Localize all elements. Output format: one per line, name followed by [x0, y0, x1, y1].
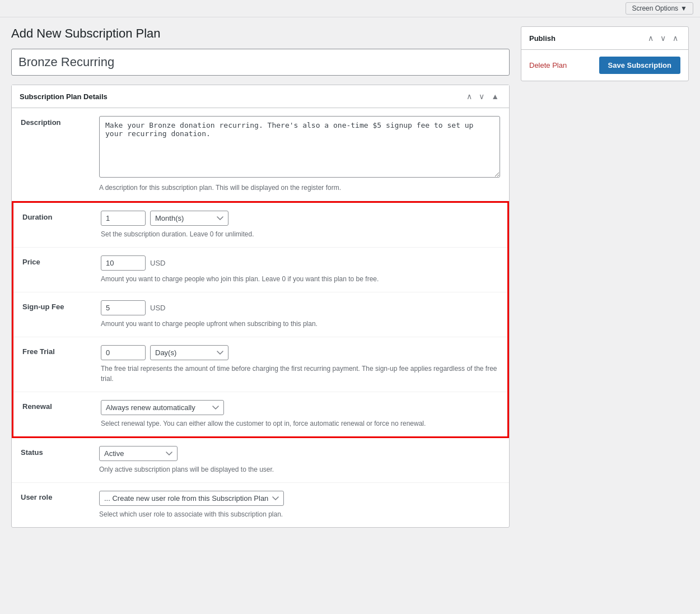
meta-box-collapse-down-button[interactable]: ∨: [477, 91, 487, 102]
screen-options-label: Screen Options: [632, 4, 678, 12]
status-select[interactable]: Active Inactive: [99, 446, 178, 461]
user-role-row: User role ... Create new user role from …: [12, 483, 509, 527]
price-currency-label: USD: [150, 259, 165, 267]
signup-fee-row: Sign-up Fee USD Amount you want to charg…: [13, 292, 507, 337]
user-role-label: User role: [21, 491, 99, 501]
duration-label: Duration: [22, 211, 101, 221]
plan-title-input[interactable]: [11, 49, 510, 76]
meta-box-body: Description Make your Bronze donation re…: [12, 108, 509, 527]
price-label: Price: [22, 255, 101, 266]
free-trial-row: Free Trial Day(s) Week(s) Month(s) The: [13, 337, 507, 392]
description-field: Make your Bronze donation recurring. The…: [99, 116, 500, 193]
duration-hint: Set the subscription duration. Leave 0 f…: [101, 229, 498, 239]
signup-fee-hint: Amount you want to charge people upfront…: [101, 319, 498, 329]
publish-controls: ∧ ∨ ∧: [646, 32, 680, 44]
screen-options-button[interactable]: Screen Options ▼: [626, 2, 693, 15]
subscription-details-box: Subscription Plan Details ∧ ∨ ▲ Descript…: [11, 85, 510, 528]
user-role-select[interactable]: ... Create new user role from this Subsc…: [99, 491, 284, 506]
free-trial-input[interactable]: [101, 345, 146, 360]
meta-box-toggle-button[interactable]: ▲: [489, 91, 501, 102]
renewal-row: Renewal Always renew automatically Allow…: [13, 392, 507, 436]
renewal-hint: Select renewal type. You can either allo…: [101, 418, 498, 429]
publish-title: Publish: [529, 34, 556, 43]
free-trial-label: Free Trial: [22, 345, 101, 356]
publish-box: Publish ∧ ∨ ∧ Delete Plan Save Subscript…: [521, 26, 689, 81]
price-group: USD: [101, 255, 498, 271]
price-input[interactable]: [101, 255, 146, 271]
publish-collapse-up-button[interactable]: ∧: [646, 32, 656, 44]
description-row: Description Make your Bronze donation re…: [12, 108, 509, 201]
free-trial-field: Day(s) Week(s) Month(s) The free trial r…: [101, 345, 498, 384]
duration-field: Day(s) Month(s) Year(s) Set the subscrip…: [101, 211, 498, 239]
status-field: Active Inactive Only active subscription…: [99, 446, 500, 475]
user-role-field: ... Create new user role from this Subsc…: [99, 491, 500, 519]
publish-collapse-down-button[interactable]: ∨: [658, 32, 668, 44]
meta-box-controls: ∧ ∨ ▲: [464, 91, 501, 102]
main-content: Add New Subscription Plan Subscription P…: [11, 26, 510, 537]
highlighted-section: Duration Day(s) Month(s) Year(s) Set t: [12, 201, 509, 438]
publish-body: Delete Plan Save Subscription: [521, 50, 688, 81]
save-subscription-button[interactable]: Save Subscription: [599, 57, 680, 74]
meta-box-collapse-up-button[interactable]: ∧: [464, 91, 474, 102]
signup-fee-currency-label: USD: [150, 304, 165, 312]
signup-fee-field: USD Amount you want to charge people upf…: [101, 300, 498, 329]
meta-box-title: Subscription Plan Details: [20, 92, 108, 101]
top-bar: Screen Options ▼: [0, 0, 700, 17]
user-role-hint: Select which user role to associate with…: [99, 509, 500, 519]
description-label: Description: [21, 116, 99, 127]
renewal-select[interactable]: Always renew automatically Allow custome…: [101, 400, 224, 415]
duration-unit-select[interactable]: Day(s) Month(s) Year(s): [150, 211, 228, 226]
status-hint: Only active subscription plans will be d…: [99, 464, 500, 475]
renewal-label: Renewal: [22, 400, 101, 411]
publish-header: Publish ∧ ∨ ∧: [521, 27, 688, 50]
free-trial-unit-select[interactable]: Day(s) Week(s) Month(s): [150, 345, 228, 360]
status-label: Status: [21, 446, 99, 457]
signup-fee-label: Sign-up Fee: [22, 300, 101, 311]
description-hint: A description for this subscription plan…: [99, 183, 500, 193]
price-row: Price USD Amount you want to charge peop…: [13, 248, 507, 292]
page-container: Add New Subscription Plan Subscription P…: [0, 17, 700, 546]
publish-toggle-button[interactable]: ∧: [670, 32, 680, 44]
sidebar: Publish ∧ ∨ ∧ Delete Plan Save Subscript…: [521, 26, 689, 537]
description-textarea[interactable]: Make your Bronze donation recurring. The…: [99, 116, 500, 178]
free-trial-group: Day(s) Week(s) Month(s): [101, 345, 498, 360]
price-hint: Amount you want to charge people who joi…: [101, 274, 498, 284]
delete-plan-link[interactable]: Delete Plan: [529, 61, 567, 69]
meta-box-header: Subscription Plan Details ∧ ∨ ▲: [12, 85, 509, 108]
signup-fee-input[interactable]: [101, 300, 146, 315]
free-trial-hint: The free trial represents the amount of …: [101, 364, 498, 384]
duration-group: Day(s) Month(s) Year(s): [101, 211, 498, 226]
status-row: Status Active Inactive Only active subsc…: [12, 438, 509, 483]
price-field: USD Amount you want to charge people who…: [101, 255, 498, 284]
page-title: Add New Subscription Plan: [11, 26, 510, 41]
duration-input[interactable]: [101, 211, 146, 226]
screen-options-chevron-icon: ▼: [680, 4, 687, 12]
duration-row: Duration Day(s) Month(s) Year(s) Set t: [13, 203, 507, 248]
signup-fee-group: USD: [101, 300, 498, 315]
renewal-field: Always renew automatically Allow custome…: [101, 400, 498, 429]
